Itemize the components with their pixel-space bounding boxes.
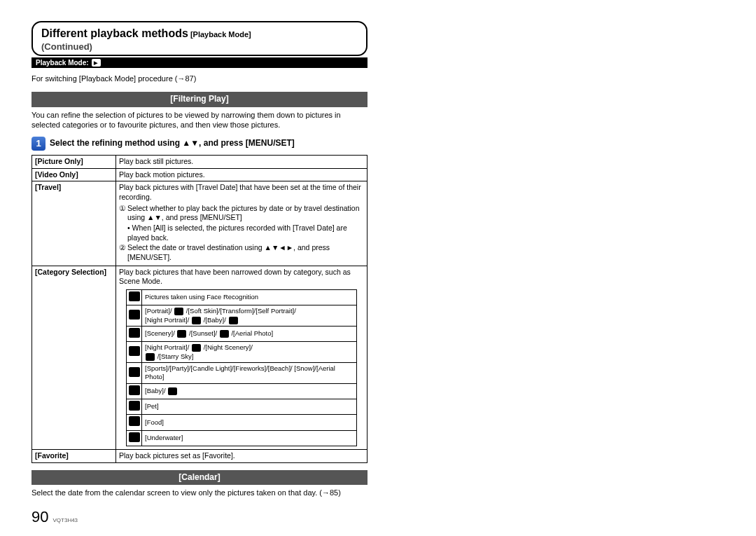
table-row: [Video Only] Play back motion pictures. (32, 168, 368, 181)
doc-code: VQT3H43 (52, 517, 78, 524)
mode-icon (192, 317, 201, 324)
mode-icon (229, 317, 238, 324)
circled-one-icon: ① (119, 204, 126, 223)
table-row: [Favorite] Play back pictures set as [Fa… (32, 449, 368, 462)
mode-bar-label: Playback Mode: (36, 58, 89, 67)
baby-icon (129, 385, 140, 395)
cat-desc: [Underwater] (142, 430, 357, 446)
cat-desc: [Baby]/ (142, 383, 357, 399)
calendar-note: Select the date from the calendar screen… (31, 488, 368, 497)
filtering-note: You can refine the selection of pictures… (31, 110, 368, 130)
cat-desc: [Food] (142, 415, 357, 430)
refining-table: [Picture Only] Play back still pictures.… (31, 155, 368, 462)
sports-icon (129, 367, 140, 377)
cat-desc: [Scenery]/ /[Sunset]/ /[Aerial Photo] (142, 326, 357, 341)
circled-two-icon: ② (119, 243, 126, 262)
night-icon (129, 346, 140, 356)
category-desc: Play back pictures that have been narrow… (119, 268, 351, 286)
travel-desc: Play back pictures with [Travel Date] th… (119, 183, 361, 201)
mode-icon (220, 330, 229, 338)
title-main: Different playback methods (41, 27, 188, 39)
cell-label: [Travel] (32, 181, 116, 266)
cat-desc: [Sports]/[Party]/[Candle Light]/[Firewor… (142, 362, 357, 383)
cell-desc: Play back motion pictures. (116, 168, 368, 181)
cell-desc: Play back still pictures. (116, 156, 368, 169)
cat-desc: [Night Portrait]/ /[Night Scenery]/ /[St… (142, 342, 357, 363)
mode-icon (174, 308, 183, 315)
playback-icon (92, 59, 101, 67)
page-number: 90 (31, 507, 48, 528)
mode-icon (192, 344, 201, 352)
scenery-icon (129, 328, 140, 338)
title-box: Different playback methods [Playback Mod… (31, 21, 368, 56)
table-row: [Category Selection] Play back pictures … (32, 266, 368, 449)
step-row: 1 Select the refining method using ▲▼, a… (31, 137, 724, 151)
cell-desc: Play back pictures that have been narrow… (116, 266, 368, 449)
travel-bullet: • When [All] is selected, the pictures r… (127, 224, 364, 242)
underwater-icon (129, 432, 140, 442)
playback-mode-bar: Playback Mode: (31, 57, 368, 68)
calendar-header: [Calendar] (31, 470, 368, 486)
cat-desc: [Pet] (142, 399, 357, 414)
food-icon (129, 416, 140, 426)
pet-icon (129, 401, 140, 411)
filtering-header: [Filtering Play] (31, 92, 368, 107)
title-continued: (Continued) (41, 41, 92, 52)
step-text: Select the refining method using ▲▼, and… (50, 138, 295, 149)
title-mode: [Playback Mode] (190, 30, 251, 39)
travel-sub2: Select the date or travel destination us… (127, 243, 364, 262)
table-row: [Travel] Play back pictures with [Travel… (32, 181, 368, 266)
category-table: Pictures taken using Face Recognition [P… (126, 289, 357, 446)
intro-text: For switching [Playback Mode] procedure … (31, 74, 368, 83)
mode-icon (177, 330, 186, 338)
cell-desc: Play back pictures set as [Favorite]. (116, 449, 368, 462)
mode-icon (146, 353, 155, 361)
travel-sublist: ①Select whether to play back the picture… (119, 204, 364, 263)
cell-desc: Play back pictures with [Travel Date] th… (116, 181, 368, 266)
cell-label: [Category Selection] (32, 266, 116, 449)
cell-label: [Picture Only] (32, 156, 116, 169)
cell-label: [Video Only] (32, 168, 116, 181)
cell-label: [Favorite] (32, 449, 116, 462)
mode-icon (168, 387, 177, 395)
table-row: [Picture Only] Play back still pictures. (32, 156, 368, 169)
face-recog-icon (129, 291, 140, 301)
footer: 90 VQT3H43 (31, 507, 78, 528)
portrait-icon (129, 310, 140, 319)
cat-desc: [Portrait]/ /[Soft Skin]/[Transform]/[Se… (142, 305, 357, 327)
cat-desc: Pictures taken using Face Recognition (142, 289, 357, 305)
step-badge: 1 (31, 137, 46, 151)
travel-sub1: Select whether to play back the pictures… (127, 204, 364, 223)
